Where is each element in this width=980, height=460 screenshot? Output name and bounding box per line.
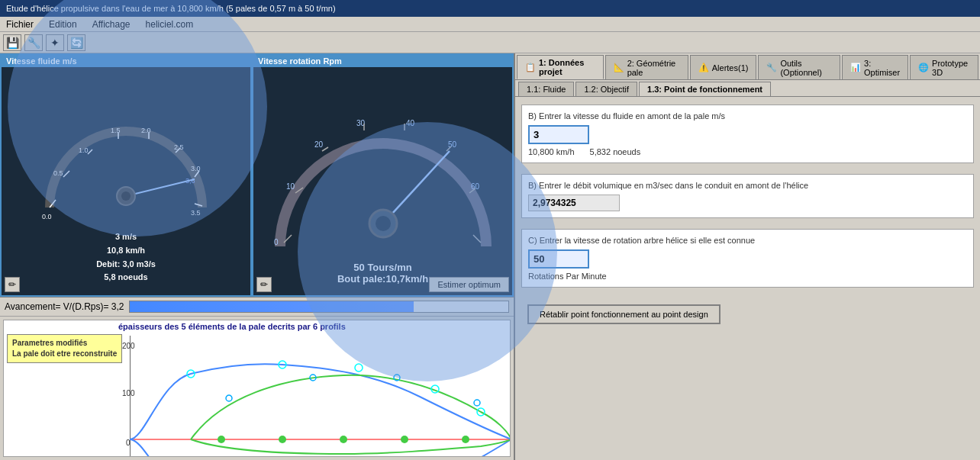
chart-title: épaisseurs des 5 éléments de la pale dec… — [118, 322, 346, 331]
section-rotation-input-group: Rotations Par Minute — [528, 249, 967, 281]
fluid-gauge: Vitesse fluide m/s 0.0 0.5 — [0, 53, 252, 297]
svg-point-37 — [376, 216, 391, 231]
section-debit-label: B) Entrer le débit volumique en m3/sec d… — [528, 181, 967, 190]
tab2-point[interactable]: 1.3: Point de fonctionnement — [639, 82, 771, 96]
section-debit: B) Entrer le débit volumique en m3/sec d… — [521, 174, 974, 218]
title-text: Etude d'hélice propulsive dans l'eau de … — [6, 4, 336, 13]
svg-point-54 — [226, 395, 232, 401]
svg-line-4 — [88, 150, 92, 154]
tab1-donnees[interactable]: 📋 1: Données projet — [517, 55, 604, 79]
rotation-sub-values: Rotations Par Minute — [528, 272, 967, 281]
tab1-geometrie[interactable]: 📐 2: Géométrie pale — [605, 55, 688, 79]
chart-area: Parametres modifiés La pale doit etre re… — [3, 320, 511, 457]
svg-text:40: 40 — [406, 119, 415, 127]
fluid-gauge-title: Vitesse fluide m/s — [2, 55, 250, 67]
progress-bar-fill — [130, 301, 414, 312]
toolbar-refresh[interactable]: ✦ — [46, 34, 64, 51]
rotation-rpm-label: Rotations Par Minute — [528, 272, 607, 281]
svg-point-42 — [355, 364, 363, 372]
tooltip-line1: Parametres modifiés — [12, 338, 117, 349]
fluid-speedometer-svg: 0.0 0.5 1.0 1.5 2.0 — [27, 78, 225, 230]
menu-edition[interactable]: Edition — [46, 18, 80, 31]
rotation-gauge-title: Vitesse rotation Rpm — [253, 55, 512, 67]
svg-text:60: 60 — [471, 182, 480, 191]
progress-bar-container — [129, 301, 509, 313]
right-content: B) Entrer la vitesse du fluide en amont … — [515, 97, 980, 460]
reset-button[interactable]: Rétablir point fonctionnement au point d… — [527, 304, 720, 324]
menubar: Fichier Edition Affichage heliciel.com — [0, 17, 980, 32]
tab1-alertes[interactable]: ⚠️ Alertes(1) — [690, 55, 757, 79]
svg-point-49 — [218, 436, 225, 443]
rotation-gauge-values: 50 Tours/mn Bout pale:10,7km/h — [337, 262, 428, 285]
svg-text:1.5: 1.5 — [111, 127, 121, 134]
debit-input[interactable] — [528, 195, 620, 211]
toolbar: 💾 🔧 ✦ 🔄 — [0, 32, 980, 53]
tab2-fluide-label: 1.1: Fluide — [527, 85, 566, 94]
toolbar-info[interactable]: 🔄 — [67, 34, 85, 51]
section-debit-input-group — [528, 195, 967, 211]
svg-point-52 — [401, 436, 408, 443]
tab2-fluide[interactable]: 1.1: Fluide — [518, 82, 574, 96]
fluid-debit: Debit: 3,0 m3/s — [96, 258, 156, 272]
svg-point-53 — [462, 436, 469, 443]
section-rotation: C) Entrer la vitesse de rotation arbre h… — [521, 229, 974, 288]
svg-text:3.0: 3.0 — [191, 165, 201, 172]
estimer-btn[interactable]: Estimer optimum — [429, 277, 509, 292]
svg-line-17 — [126, 179, 195, 196]
vitesse-kmh: 10,800 km/h — [528, 147, 575, 156]
tab1-geometrie-icon: 📐 — [614, 63, 624, 72]
tab2-objectif[interactable]: 1.2: Objectif — [575, 82, 637, 96]
main-container: Vitesse fluide m/s 0.0 0.5 — [0, 53, 980, 460]
tab1-optimiser[interactable]: 📊 3: Optimiser — [842, 55, 908, 79]
rotation-gauge-edit-btn[interactable]: ✏ — [256, 277, 272, 292]
section-vitesse-label: B) Entrer la vitesse du fluide en amont … — [528, 111, 967, 121]
tab1-prototype[interactable]: 🌐 Prototype 3D — [910, 55, 978, 79]
tab1-optimiser-icon: 📊 — [850, 63, 861, 72]
svg-text:0.0: 0.0 — [42, 213, 52, 220]
vitesse-fluide-input[interactable] — [528, 125, 589, 144]
section-rotation-label: C) Entrer la vitesse de rotation arbre h… — [528, 236, 967, 245]
tab1-outils-icon: 🔧 — [766, 63, 777, 72]
svg-point-19 — [121, 191, 131, 201]
tab1-outils-label: Outils (Optionnel) — [780, 59, 832, 77]
svg-point-51 — [340, 436, 347, 443]
fluid-gauge-canvas: 0.0 0.5 1.0 1.5 2.0 — [27, 67, 225, 295]
tabs-level2: 1.1: Fluide 1.2: Objectif 1.3: Point de … — [515, 80, 980, 97]
vitesse-noeuds: 5,832 noeuds — [590, 147, 641, 156]
tab2-objectif-label: 1.2: Objectif — [584, 85, 629, 94]
toolbar-save[interactable]: 💾 — [3, 34, 21, 51]
rotation-gauge: Vitesse rotation Rpm 0 10 20 30 40 50 60 — [252, 53, 514, 297]
svg-text:10: 10 — [286, 182, 295, 191]
tab2-point-label: 1.3: Point de fonctionnement — [647, 85, 762, 94]
svg-text:2.5: 2.5 — [174, 143, 184, 151]
svg-text:3.5: 3.5 — [191, 209, 201, 217]
tab1-geometrie-label: 2: Géométrie pale — [627, 59, 680, 77]
tab1-optimiser-label: 3: Optimiser — [864, 59, 900, 77]
tab1-alertes-label: Alertes(1) — [712, 63, 749, 72]
svg-text:1.0: 1.0 — [79, 146, 89, 154]
right-panel: 📋 1: Données projet 📐 2: Géométrie pale … — [515, 53, 980, 460]
gauges-row: Vitesse fluide m/s 0.0 0.5 — [0, 53, 514, 298]
chart-tooltip: Parametres modifiés La pale doit etre re… — [7, 334, 122, 363]
svg-text:2.0: 2.0 — [141, 127, 151, 134]
fluid-gauge-values: 3 m/s 10,8 km/h Debit: 3,0 m3/s 5,8 noeu… — [96, 230, 156, 284]
tab1-donnees-icon: 📋 — [525, 63, 536, 72]
tab1-prototype-icon: 🌐 — [918, 63, 929, 72]
svg-point-57 — [474, 400, 480, 406]
toolbar-settings[interactable]: 🔧 — [24, 34, 43, 51]
rotation-gauge-canvas: 0 10 20 30 40 50 60 — [253, 67, 512, 295]
menu-affichage[interactable]: Affichage — [89, 18, 134, 31]
rotation-input[interactable] — [528, 249, 589, 269]
svg-text:0: 0 — [274, 238, 279, 246]
menu-fichier[interactable]: Fichier — [3, 18, 37, 31]
fluid-kmh: 10,8 km/h — [96, 244, 156, 258]
tab1-donnees-label: 1: Données projet — [539, 58, 595, 76]
menu-heliciel[interactable]: heliciel.com — [143, 18, 197, 31]
tabs-level1: 📋 1: Données projet 📐 2: Géométrie pale … — [515, 53, 980, 80]
svg-line-34 — [473, 235, 481, 243]
tab1-alertes-icon: ⚠️ — [698, 63, 709, 72]
chart-svg — [130, 336, 511, 457]
tab1-outils[interactable]: 🔧 Outils (Optionnel) — [758, 55, 840, 79]
fluid-gauge-edit-btn[interactable]: ✏ — [5, 277, 20, 292]
section-vitesse-fluide: B) Entrer la vitesse du fluide en amont … — [521, 105, 974, 163]
